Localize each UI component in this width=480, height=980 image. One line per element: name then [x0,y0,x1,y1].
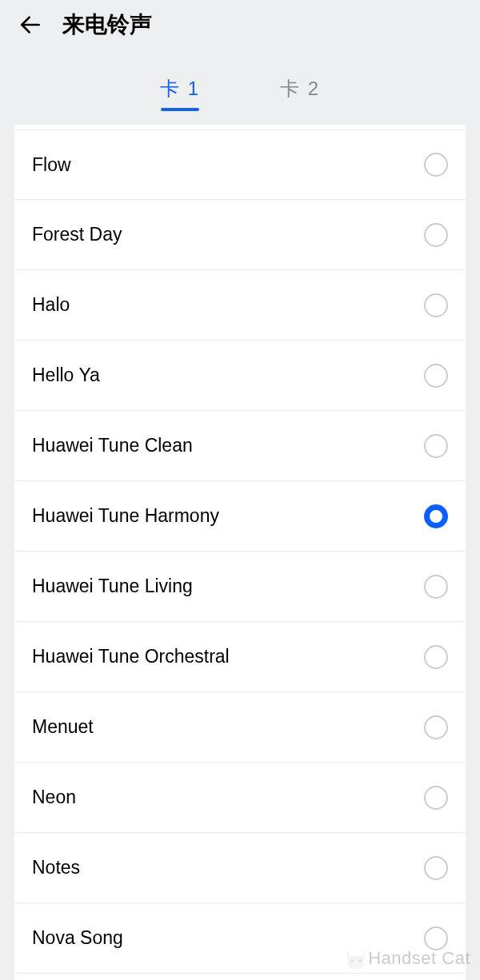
radio-icon [424,575,448,599]
back-arrow-icon [18,12,43,38]
page-title: 来电铃声 [62,10,152,40]
ringtone-item-flow[interactable]: Flow [14,129,466,200]
ringtone-item-hello-ya[interactable]: Hello Ya [14,341,466,411]
ringtone-label: Huawei Tune Harmony [32,505,219,527]
tabs-container: 卡 1 卡 2 [0,50,480,115]
watermark-text: Handset Cat [368,948,470,969]
ringtone-label: Notes [32,857,80,878]
ringtone-item-huawei-tune-harmony[interactable]: Huawei Tune Harmony [14,481,466,552]
ringtone-label: Menuet [32,716,94,738]
ringtone-label: Halo [32,294,70,316]
ringtone-label: Flow [32,154,71,176]
svg-point-2 [358,959,362,962]
radio-icon [424,645,448,669]
ringtone-item-huawei-tune-living[interactable]: Huawei Tune Living [14,552,466,622]
ringtone-item-menuet[interactable]: Menuet [14,692,466,763]
ringtone-item-huawei-tune-orchestral[interactable]: Huawei Tune Orchestral [14,622,466,692]
back-button[interactable] [14,9,46,41]
radio-icon [424,223,448,247]
ringtone-item-halo[interactable]: Halo [14,270,466,341]
radio-icon [424,364,448,388]
ringtone-label: Nova Song [32,927,123,949]
ringtone-label: Neon [32,787,76,808]
ringtone-item-forest-day[interactable]: Forest Day [14,200,466,270]
radio-icon [424,715,448,739]
radio-icon [424,434,448,458]
ringtone-label: Forest Day [32,224,122,245]
ringtone-label: Huawei Tune Living [32,576,193,597]
radio-icon [424,786,448,810]
ringtone-label: Huawei Tune Clean [32,435,193,456]
ringtone-label: Huawei Tune Orchestral [32,646,230,667]
ringtone-label: Hello Ya [32,365,100,386]
watermark-cat-icon [340,942,372,974]
radio-icon [424,293,448,317]
ringtone-item-pulse[interactable]: Pulse [14,974,466,980]
radio-icon [424,153,448,177]
svg-point-1 [350,959,354,962]
radio-icon-selected [424,504,448,528]
header: 来电铃声 [0,0,480,50]
ringtone-list: Flow Forest Day Halo Hello Ya Huawei Tun… [14,125,466,980]
ringtone-item-neon[interactable]: Neon [14,763,466,833]
tab-card1[interactable]: 卡 1 [160,76,200,111]
radio-icon [424,926,448,950]
ringtone-item-notes[interactable]: Notes [14,833,466,903]
ringtone-item-huawei-tune-clean[interactable]: Huawei Tune Clean [14,411,466,481]
radio-icon [424,856,448,880]
tab-card2[interactable]: 卡 2 [280,76,320,111]
